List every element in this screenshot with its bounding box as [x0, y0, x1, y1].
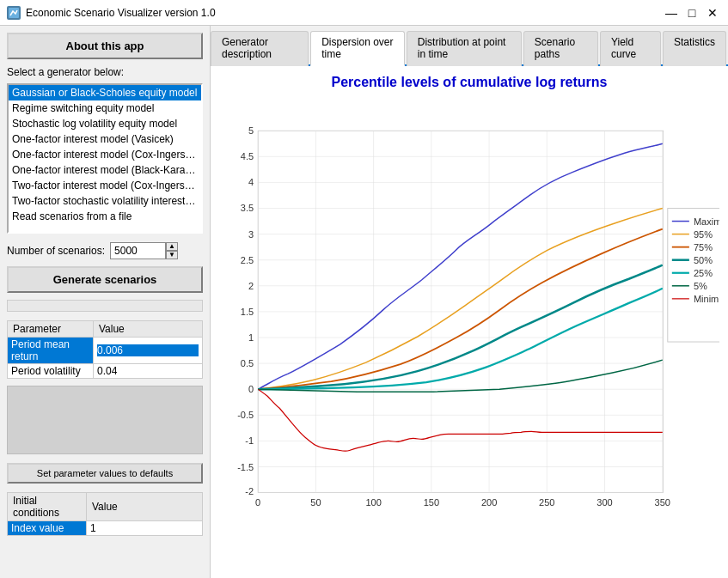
svg-text:5: 5: [248, 125, 254, 136]
table-row: Index value: [8, 521, 203, 536]
params-col-parameter: Parameter: [8, 321, 94, 338]
list-item[interactable]: Read scenarios from a file: [9, 209, 201, 224]
svg-text:5%: 5%: [694, 281, 707, 291]
param-value-cell: [93, 364, 202, 379]
spin-down-button[interactable]: ▼: [166, 251, 178, 259]
tab-dispersion-over-time[interactable]: Dispersion over time: [310, 31, 405, 66]
generate-scenarios-button[interactable]: Generate scenarios: [7, 266, 203, 293]
list-item[interactable]: One-factor interest model (Vasicek): [9, 131, 201, 147]
svg-text:1.5: 1.5: [241, 307, 254, 317]
tab-yield-curve[interactable]: Yield curve: [600, 31, 661, 66]
svg-text:250: 250: [539, 497, 554, 508]
svg-text:350: 350: [655, 497, 670, 508]
scenarios-row: Number of scenarios: ▲ ▼: [7, 242, 203, 259]
svg-text:4.5: 4.5: [241, 151, 254, 161]
svg-text:25%: 25%: [694, 268, 713, 278]
svg-text:4: 4: [248, 177, 254, 187]
list-item[interactable]: One-factor interest model (Black-Karasin…: [9, 162, 201, 178]
tab-scenario-paths[interactable]: Scenario paths: [523, 31, 598, 66]
chart-area: Percentile levels of cumulative log retu…: [211, 66, 728, 578]
maximize-button[interactable]: □: [683, 4, 700, 21]
list-item[interactable]: One-factor interest model (Cox-Ingersoll…: [9, 147, 201, 162]
param-value-input[interactable]: [97, 344, 199, 356]
list-item[interactable]: Regime switching equity model: [9, 100, 201, 116]
list-item[interactable]: Gaussian or Black-Scholes equity model: [9, 85, 201, 100]
main-layout: About this app Select a generator below:…: [0, 26, 728, 578]
svg-text:2.5: 2.5: [241, 255, 254, 265]
params-col-value: Value: [93, 321, 202, 338]
title-bar-controls: — □ ✕: [663, 4, 721, 21]
svg-text:100: 100: [365, 497, 381, 508]
title-bar-left: Economic Scenario Visualizer version 1.0: [7, 6, 216, 20]
chart-container: 5 4.5 4 3.5 3 2.5 2 1.5 1 0.5 0 -0.5 -1 …: [219, 97, 719, 569]
svg-text:150: 150: [424, 497, 439, 508]
title-bar: Economic Scenario Visualizer version 1.0…: [0, 0, 728, 26]
svg-text:300: 300: [596, 497, 612, 508]
chart-svg: 5 4.5 4 3.5 3 2.5 2 1.5 1 0.5 0 -0.5 -1 …: [219, 97, 719, 569]
svg-text:75%: 75%: [694, 242, 713, 252]
tab-distribution-at-point[interactable]: Distribution at point in time: [407, 31, 522, 66]
svg-text:2: 2: [248, 281, 254, 291]
svg-text:95%: 95%: [694, 229, 713, 240]
init-col-value: Value: [86, 493, 202, 521]
param-value-cell: [93, 338, 202, 364]
spin-buttons: ▲ ▼: [166, 242, 178, 259]
svg-text:50%: 50%: [694, 255, 713, 265]
init-name: Index value: [8, 521, 87, 536]
init-col-condition: Initial conditions: [8, 493, 87, 521]
svg-text:-1.5: -1.5: [237, 462, 254, 472]
tab-statistics[interactable]: Statistics: [663, 31, 726, 66]
tab-generator-description[interactable]: Generator description: [211, 31, 309, 66]
sidebar: About this app Select a generator below:…: [0, 26, 211, 578]
svg-text:1: 1: [248, 332, 254, 343]
tabs-bar: Generator description Dispersion over ti…: [211, 26, 728, 66]
svg-text:0: 0: [255, 497, 260, 508]
generator-list: Gaussian or Black-Scholes equity model R…: [7, 83, 203, 234]
svg-text:50: 50: [310, 497, 321, 508]
param-name: Period volatility: [8, 364, 94, 379]
progress-bar: [7, 300, 203, 312]
minimize-button[interactable]: —: [663, 4, 680, 21]
param-name: Period mean return: [8, 338, 94, 364]
init-conditions-table: Initial conditions Value Index value: [7, 492, 203, 536]
close-button[interactable]: ✕: [704, 4, 721, 21]
app-icon: [7, 6, 21, 20]
content-area: Generator description Dispersion over ti…: [211, 26, 728, 578]
svg-text:0: 0: [248, 384, 254, 394]
chart-title: Percentile levels of cumulative log retu…: [332, 75, 608, 90]
about-button[interactable]: About this app: [7, 33, 203, 59]
svg-text:Minimum: Minimum: [694, 294, 719, 304]
table-row: Period mean return: [8, 338, 203, 364]
svg-text:3: 3: [248, 229, 254, 240]
empty-params-area: [7, 386, 203, 454]
svg-text:-1: -1: [245, 435, 254, 446]
list-item[interactable]: Two-factor stochastic volatility interes…: [9, 193, 201, 209]
scenarios-label: Number of scenarios:: [7, 245, 105, 257]
select-generator-label: Select a generator below:: [7, 66, 203, 78]
svg-text:-2: -2: [245, 486, 254, 496]
svg-text:3.5: 3.5: [241, 204, 254, 214]
params-table: Parameter Value Period mean return Perio…: [7, 320, 203, 379]
list-item[interactable]: Stochastic log volatility equity model: [9, 116, 201, 131]
list-item[interactable]: Two-factor interest model (Cox-Ingersoll…: [9, 178, 201, 193]
app-title: Economic Scenario Visualizer version 1.0: [26, 7, 216, 19]
init-value-input[interactable]: [90, 522, 199, 534]
svg-text:0.5: 0.5: [241, 358, 254, 368]
scenarios-input[interactable]: [110, 242, 166, 259]
param-value-input[interactable]: [97, 365, 199, 377]
table-row: Period volatility: [8, 364, 203, 379]
spin-up-button[interactable]: ▲: [166, 242, 178, 251]
init-value-cell: [86, 521, 202, 536]
set-defaults-button[interactable]: Set parameter values to defaults: [7, 463, 203, 484]
svg-text:Maximum: Maximum: [694, 216, 719, 227]
scenarios-input-wrap: ▲ ▼: [110, 242, 178, 259]
svg-text:-0.5: -0.5: [237, 410, 254, 420]
svg-text:200: 200: [481, 497, 497, 508]
